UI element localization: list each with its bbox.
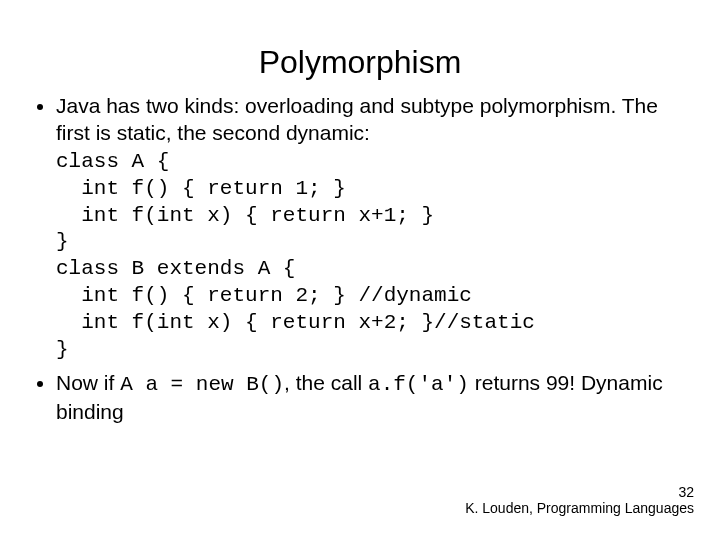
- slide-title: Polymorphism: [0, 0, 720, 93]
- slide: Polymorphism Java has two kinds: overloa…: [0, 0, 720, 540]
- footer: 32 K. Louden, Programming Languages: [465, 485, 694, 516]
- bullet-1-text: Java has two kinds: overloading and subt…: [56, 94, 658, 144]
- bullet-2: Now if A a = new B(), the call a.f('a') …: [56, 370, 692, 426]
- footer-author: K. Louden, Programming Languages: [465, 501, 694, 516]
- page-number: 32: [465, 485, 694, 500]
- bullet-1: Java has two kinds: overloading and subt…: [56, 93, 692, 364]
- bullet-2-code-1: A a = new B(): [120, 373, 284, 396]
- slide-body: Java has two kinds: overloading and subt…: [0, 93, 720, 426]
- code-block: class A { int f() { return 1; } int f(in…: [56, 149, 692, 364]
- bullet-2-prefix: Now if: [56, 371, 120, 394]
- bullet-list: Java has two kinds: overloading and subt…: [28, 93, 692, 426]
- bullet-2-mid: , the call: [284, 371, 368, 394]
- bullet-2-code-2: a.f('a'): [368, 373, 469, 396]
